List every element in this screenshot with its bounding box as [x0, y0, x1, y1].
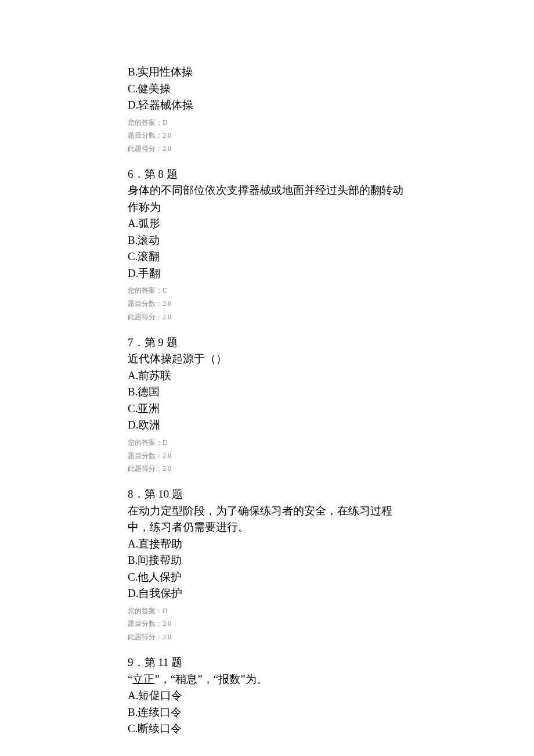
- q8-full-score: 题目分数：2.0: [128, 617, 406, 631]
- q7-meta: 您的答案：D 题目分数：2.0 此题得分：2.0: [128, 436, 406, 476]
- q9-option-b: B.连续口令: [128, 704, 406, 721]
- q6-stem: 身体的不同部位依次支撑器械或地面并经过头部的翻转动作称为: [128, 182, 406, 215]
- q7-option-c: C.亚洲: [128, 401, 406, 417]
- q5-meta: 您的答案：D 题目分数：2.0 此题得分：2.0: [128, 116, 406, 156]
- q5-option-b: B.实用性体操: [128, 64, 406, 81]
- q9-stem-underlined: 立正: [132, 673, 154, 685]
- q9-header: 9．第 11 题: [128, 654, 406, 671]
- q6-option-c: C.滚翻: [128, 249, 406, 265]
- q5-option-d: D.轻器械体操: [128, 97, 406, 114]
- page-content: B.实用性体操 C.健美操 D.轻器械体操 您的答案：D 题目分数：2.0 此题…: [0, 0, 534, 756]
- q6-option-d: D.手翻: [128, 265, 406, 282]
- q9-option-c: C.断续口令: [128, 721, 406, 737]
- q8-meta: 您的答案：D 题目分数：2.0 此题得分：2.0: [128, 604, 406, 644]
- q6-full-score: 题目分数：2.0: [128, 297, 406, 311]
- q8-option-b: B.间接帮助: [128, 552, 406, 569]
- q5-your-answer: 您的答案：D: [128, 116, 406, 129]
- q8-option-a: A.直接帮助: [128, 536, 406, 553]
- q6-header: 6．第 8 题: [128, 166, 406, 183]
- q9-stem: “立正”，“稍息”，“报数”为。: [128, 671, 406, 688]
- q5-option-c: C.健美操: [128, 81, 406, 98]
- q7-your-answer: 您的答案：D: [128, 436, 406, 449]
- q7-option-d: D.欧洲: [128, 417, 406, 434]
- q8-got-score: 此题得分：2.0: [128, 631, 406, 644]
- q7-full-score: 题目分数：2.0: [128, 449, 406, 463]
- q8-header: 8．第 10 题: [128, 486, 406, 503]
- q8-option-c: C.他人保护: [128, 569, 406, 586]
- q6-got-score: 此题得分：2.0: [128, 311, 406, 324]
- q6-your-answer: 您的答案：C: [128, 284, 406, 297]
- q5-got-score: 此题得分：2.0: [128, 142, 406, 156]
- q6-option-a: A.弧形: [128, 215, 406, 232]
- q6-option-b: B.滚动: [128, 232, 406, 249]
- q7-header: 7．第 9 题: [128, 334, 406, 351]
- q9-option-a: A.短促口令: [128, 687, 406, 704]
- q6-meta: 您的答案：C 题目分数：2.0 此题得分：2.0: [128, 284, 406, 323]
- q5-full-score: 题目分数：2.0: [128, 129, 406, 142]
- q7-option-b: B.德国: [128, 384, 406, 401]
- q7-option-a: A.前苏联: [128, 368, 406, 384]
- q8-your-answer: 您的答案：D: [128, 604, 406, 618]
- q9-stem-post: ”，“稍息”，“报数”为。: [154, 673, 267, 685]
- q7-got-score: 此题得分：2.0: [128, 462, 406, 476]
- q8-option-d: D.自我保护: [128, 585, 406, 602]
- q7-stem: 近代体操起源于（）: [128, 351, 406, 368]
- q8-stem: 在动力定型阶段，为了确保练习者的安全，在练习过程中，练习者仍需要进行。: [128, 503, 406, 536]
